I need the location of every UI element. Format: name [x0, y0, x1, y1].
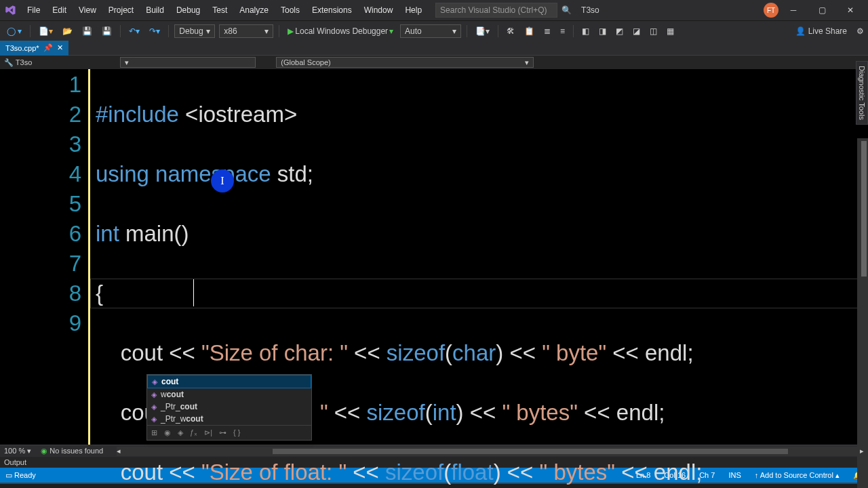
vs-logo-icon [4, 4, 16, 16]
liveshare-button[interactable]: 👤 Live Share ⚙ [795, 26, 864, 36]
tool-icon[interactable]: ≡ [557, 25, 568, 37]
tool-icon[interactable]: ◩ [613, 25, 626, 37]
horizontal-scrollbar[interactable]: ◂▸ [117, 447, 864, 456]
menu-debug[interactable]: Debug [171, 3, 205, 18]
search-input[interactable]: Search Visual Studio (Ctrl+Q) [435, 3, 557, 18]
menu-window[interactable]: Window [359, 3, 399, 18]
field-icon: ◈ [152, 378, 157, 386]
tool-icon[interactable]: ▦ [664, 25, 677, 37]
nav-back-button[interactable]: ◯ ▾ [4, 25, 24, 37]
intellisense-item[interactable]: ◈wcout [147, 388, 311, 401]
field-icon: ◈ [151, 390, 157, 399]
filter-icon[interactable]: ƒₓ [190, 428, 197, 437]
tool-icon[interactable]: ◨ [596, 25, 609, 37]
code-editor[interactable]: 123 456 789 #include <iostream> using na… [0, 69, 868, 445]
intellisense-popup: ◈cout ◈wcout ◈_Ptr_cout ◈_Ptr_wcout ⊞ ◉ … [146, 374, 312, 441]
diagnostic-tools-tab[interactable]: Diagnostic Tools [856, 61, 868, 125]
menu-view[interactable]: View [73, 3, 102, 18]
search-placeholder: Search Visual Studio (Ctrl+Q) [440, 5, 547, 15]
intellisense-item[interactable]: ◈_Ptr_wcout [147, 413, 311, 425]
tool-icon[interactable]: 🛠 [504, 25, 517, 37]
tool-icon[interactable]: ◧ [579, 25, 592, 37]
nav-scope-dropdown[interactable]: (Global Scope)▾ [276, 57, 534, 68]
close-button[interactable]: ✕ [837, 0, 864, 20]
settings-icon[interactable]: ⚙ [856, 26, 864, 36]
tool-icon[interactable]: ≣ [541, 25, 553, 37]
minimize-button[interactable]: ─ [780, 0, 807, 20]
menu-file[interactable]: File [22, 3, 45, 18]
text-caret [193, 279, 194, 306]
search-icon[interactable]: 🔍 [561, 5, 572, 15]
tool-icon[interactable]: 📑▾ [473, 25, 492, 37]
filter-icon[interactable]: { } [233, 428, 240, 437]
status-ready: ▭ Ready [5, 471, 36, 480]
new-file-button[interactable]: 📄▾ [36, 25, 56, 37]
line-numbers: 123 456 789 [0, 69, 88, 445]
filter-icon[interactable]: ⊶ [219, 428, 226, 437]
avatar[interactable]: FT [764, 3, 778, 18]
undo-button[interactable]: ↶▾ [126, 25, 142, 37]
intellisense-filter-bar[interactable]: ⊞ ◉ ◈ ƒₓ ⊳| ⊶ { } [147, 425, 311, 440]
field-icon: ◈ [151, 415, 157, 424]
nav-scope-dropdown[interactable]: ▾ [120, 57, 256, 68]
filter-icon[interactable]: ⊞ [151, 428, 157, 437]
save-button[interactable]: 💾 [79, 25, 95, 37]
zoom-dropdown[interactable]: 100 % ▾ [4, 447, 31, 455]
tab-active[interactable]: T3so.cpp* 📌 ✕ [0, 41, 68, 56]
toolbar: ◯ ▾ 📄▾ 📂 💾 💾 ↶▾ ↷▾ Debug▾ x86▾ ▶ Local W… [0, 20, 868, 41]
issues-indicator[interactable]: ◉ No issues found [41, 447, 103, 455]
tab-label: T3so.cpp* [5, 44, 39, 52]
tool-icon[interactable]: 📋 [521, 25, 537, 37]
vertical-scrollbar[interactable] [857, 138, 868, 488]
tool-icon[interactable]: ◫ [647, 25, 660, 37]
run-button[interactable]: ▶ Local Windows Debugger ▾ [285, 25, 396, 37]
app-title: T3so [581, 5, 599, 15]
menu-test[interactable]: Test [207, 3, 233, 18]
menu-edit[interactable]: Edit [47, 3, 72, 18]
editor-status: 100 % ▾ ◉ No issues found ◂▸ [0, 445, 868, 457]
tool-icon[interactable]: ◪ [630, 25, 643, 37]
redo-button[interactable]: ↷▾ [146, 25, 163, 37]
debug-mode-dropdown[interactable]: Auto▾ [400, 24, 461, 38]
tab-close-button[interactable]: ✕ [57, 43, 63, 52]
cursor-indicator-icon: I [211, 169, 234, 192]
intellisense-item[interactable]: ◈_Ptr_cout [147, 401, 311, 413]
platform-dropdown[interactable]: x86▾ [219, 24, 273, 38]
tab-bar: T3so.cpp* 📌 ✕ [0, 41, 868, 56]
tab-pin-icon[interactable]: 📌 [43, 43, 53, 52]
filter-icon[interactable]: ◉ [164, 428, 171, 437]
saveall-button[interactable]: 💾 [99, 25, 115, 37]
menu-build[interactable]: Build [140, 3, 170, 18]
open-button[interactable]: 📂 [60, 25, 75, 37]
navigation-bar: 🔧 T3so ▾ (Global Scope)▾ [0, 56, 868, 69]
maximize-button[interactable]: ▢ [808, 0, 835, 20]
intellisense-item[interactable]: ◈cout [147, 375, 311, 388]
liveshare-icon: 👤 [795, 26, 806, 36]
menubar: File Edit View Project Build Debug Test … [0, 0, 868, 20]
config-dropdown[interactable]: Debug▾ [174, 24, 215, 38]
menu-project[interactable]: Project [103, 3, 139, 18]
menu-help[interactable]: Help [399, 3, 427, 18]
menu-tools[interactable]: Tools [275, 3, 305, 18]
filter-icon[interactable]: ⊳| [204, 428, 212, 437]
nav-project[interactable]: 🔧 T3so [4, 58, 32, 67]
filter-icon[interactable]: ◈ [178, 428, 183, 437]
field-icon: ◈ [151, 403, 157, 411]
menu-analyze[interactable]: Analyze [234, 3, 274, 18]
menu-extensions[interactable]: Extensions [307, 3, 357, 18]
